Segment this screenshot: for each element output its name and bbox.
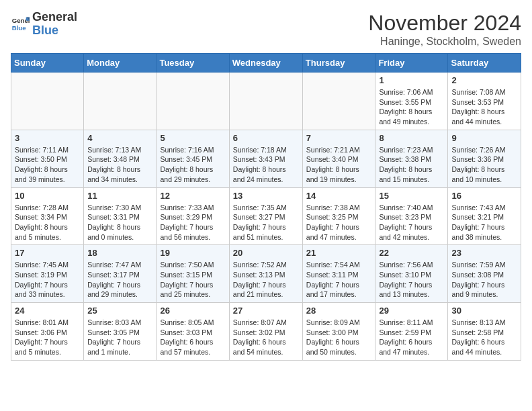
weekday-header-wednesday: Wednesday bbox=[229, 54, 302, 73]
day-info: Sunrise: 7:52 AM Sunset: 3:13 PM Dayligh… bbox=[233, 260, 299, 300]
day-info: Sunrise: 7:59 AM Sunset: 3:08 PM Dayligh… bbox=[451, 260, 517, 300]
day-cell: 6Sunrise: 7:18 AM Sunset: 3:43 PM Daylig… bbox=[229, 130, 302, 187]
day-cell bbox=[302, 73, 375, 130]
day-cell bbox=[11, 73, 84, 130]
day-info: Sunrise: 7:38 AM Sunset: 3:25 PM Dayligh… bbox=[306, 203, 372, 242]
day-cell: 26Sunrise: 8:05 AM Sunset: 3:03 PM Dayli… bbox=[157, 303, 229, 361]
day-info: Sunrise: 8:07 AM Sunset: 3:02 PM Dayligh… bbox=[233, 318, 299, 357]
day-cell: 24Sunrise: 8:01 AM Sunset: 3:06 PM Dayli… bbox=[11, 303, 84, 361]
day-info: Sunrise: 7:40 AM Sunset: 3:23 PM Dayligh… bbox=[379, 203, 444, 242]
day-cell: 3Sunrise: 7:11 AM Sunset: 3:50 PM Daylig… bbox=[11, 130, 84, 187]
week-row-1: 1Sunrise: 7:06 AM Sunset: 3:55 PM Daylig… bbox=[11, 73, 521, 130]
day-info: Sunrise: 7:16 AM Sunset: 3:45 PM Dayligh… bbox=[160, 145, 225, 185]
day-cell: 8Sunrise: 7:23 AM Sunset: 3:38 PM Daylig… bbox=[375, 130, 448, 187]
day-number: 3 bbox=[15, 133, 80, 143]
day-info: Sunrise: 7:50 AM Sunset: 3:15 PM Dayligh… bbox=[160, 260, 225, 300]
day-cell: 15Sunrise: 7:40 AM Sunset: 3:23 PM Dayli… bbox=[375, 187, 448, 245]
day-cell bbox=[157, 73, 229, 130]
day-number: 26 bbox=[160, 306, 225, 316]
day-cell: 17Sunrise: 7:45 AM Sunset: 3:19 PM Dayli… bbox=[11, 245, 84, 303]
day-cell: 9Sunrise: 7:26 AM Sunset: 3:36 PM Daylig… bbox=[448, 130, 521, 187]
logo: General Blue General Blue bbox=[11, 11, 77, 38]
day-number: 18 bbox=[87, 248, 152, 258]
day-cell: 21Sunrise: 7:54 AM Sunset: 3:11 PM Dayli… bbox=[302, 245, 375, 303]
day-info: Sunrise: 7:26 AM Sunset: 3:36 PM Dayligh… bbox=[451, 145, 517, 185]
day-number: 10 bbox=[15, 191, 80, 201]
day-number: 14 bbox=[306, 191, 372, 201]
day-number: 2 bbox=[451, 75, 517, 85]
day-number: 28 bbox=[306, 306, 372, 316]
svg-text:Blue: Blue bbox=[12, 24, 26, 32]
day-cell: 25Sunrise: 8:03 AM Sunset: 3:05 PM Dayli… bbox=[84, 303, 157, 361]
day-info: Sunrise: 7:13 AM Sunset: 3:48 PM Dayligh… bbox=[87, 145, 152, 185]
logo-icon: General Blue bbox=[11, 15, 30, 34]
day-number: 29 bbox=[379, 306, 444, 316]
day-number: 9 bbox=[451, 133, 517, 143]
day-number: 25 bbox=[87, 306, 152, 316]
day-cell: 30Sunrise: 8:13 AM Sunset: 2:58 PM Dayli… bbox=[448, 303, 521, 361]
day-number: 5 bbox=[160, 133, 225, 143]
day-info: Sunrise: 7:21 AM Sunset: 3:40 PM Dayligh… bbox=[306, 145, 372, 185]
day-number: 23 bbox=[451, 248, 517, 258]
day-cell: 10Sunrise: 7:28 AM Sunset: 3:34 PM Dayli… bbox=[11, 187, 84, 245]
day-cell bbox=[229, 73, 302, 130]
day-info: Sunrise: 8:05 AM Sunset: 3:03 PM Dayligh… bbox=[160, 318, 225, 357]
day-cell: 28Sunrise: 8:09 AM Sunset: 3:00 PM Dayli… bbox=[302, 303, 375, 361]
day-number: 20 bbox=[233, 248, 299, 258]
weekday-header-sunday: Sunday bbox=[11, 54, 84, 73]
calendar: SundayMondayTuesdayWednesdayThursdayFrid… bbox=[11, 53, 521, 361]
day-cell: 4Sunrise: 7:13 AM Sunset: 3:48 PM Daylig… bbox=[84, 130, 157, 187]
day-cell: 19Sunrise: 7:50 AM Sunset: 3:15 PM Dayli… bbox=[157, 245, 229, 303]
day-number: 6 bbox=[233, 133, 299, 143]
month-title: November 2024 bbox=[368, 11, 521, 36]
day-cell: 11Sunrise: 7:30 AM Sunset: 3:31 PM Dayli… bbox=[84, 187, 157, 245]
day-cell: 14Sunrise: 7:38 AM Sunset: 3:25 PM Dayli… bbox=[302, 187, 375, 245]
day-cell: 12Sunrise: 7:33 AM Sunset: 3:29 PM Dayli… bbox=[157, 187, 229, 245]
week-row-3: 10Sunrise: 7:28 AM Sunset: 3:34 PM Dayli… bbox=[11, 187, 521, 245]
day-cell: 7Sunrise: 7:21 AM Sunset: 3:40 PM Daylig… bbox=[302, 130, 375, 187]
day-number: 27 bbox=[233, 306, 299, 316]
day-info: Sunrise: 7:43 AM Sunset: 3:21 PM Dayligh… bbox=[451, 203, 517, 242]
day-number: 4 bbox=[87, 133, 152, 143]
day-number: 8 bbox=[379, 133, 444, 143]
day-cell: 20Sunrise: 7:52 AM Sunset: 3:13 PM Dayli… bbox=[229, 245, 302, 303]
day-info: Sunrise: 7:54 AM Sunset: 3:11 PM Dayligh… bbox=[306, 260, 372, 300]
day-number: 1 bbox=[379, 75, 444, 85]
day-info: Sunrise: 7:23 AM Sunset: 3:38 PM Dayligh… bbox=[379, 145, 444, 185]
day-cell: 27Sunrise: 8:07 AM Sunset: 3:02 PM Dayli… bbox=[229, 303, 302, 361]
day-cell: 29Sunrise: 8:11 AM Sunset: 2:59 PM Dayli… bbox=[375, 303, 448, 361]
day-cell bbox=[84, 73, 157, 130]
day-number: 16 bbox=[451, 191, 517, 201]
day-info: Sunrise: 7:11 AM Sunset: 3:50 PM Dayligh… bbox=[15, 145, 80, 185]
weekday-header-row: SundayMondayTuesdayWednesdayThursdayFrid… bbox=[11, 54, 521, 73]
day-number: 19 bbox=[160, 248, 225, 258]
day-number: 24 bbox=[15, 306, 80, 316]
day-cell: 23Sunrise: 7:59 AM Sunset: 3:08 PM Dayli… bbox=[448, 245, 521, 303]
day-info: Sunrise: 8:11 AM Sunset: 2:59 PM Dayligh… bbox=[379, 318, 444, 357]
header: General Blue General Blue November 2024 … bbox=[11, 11, 521, 48]
day-number: 22 bbox=[379, 248, 444, 258]
day-info: Sunrise: 7:33 AM Sunset: 3:29 PM Dayligh… bbox=[160, 203, 225, 242]
day-info: Sunrise: 8:01 AM Sunset: 3:06 PM Dayligh… bbox=[15, 318, 80, 357]
day-info: Sunrise: 8:09 AM Sunset: 3:00 PM Dayligh… bbox=[306, 318, 372, 357]
week-row-5: 24Sunrise: 8:01 AM Sunset: 3:06 PM Dayli… bbox=[11, 303, 521, 361]
day-cell: 5Sunrise: 7:16 AM Sunset: 3:45 PM Daylig… bbox=[157, 130, 229, 187]
weekday-header-friday: Friday bbox=[375, 54, 448, 73]
day-info: Sunrise: 7:45 AM Sunset: 3:19 PM Dayligh… bbox=[15, 260, 80, 300]
day-info: Sunrise: 7:35 AM Sunset: 3:27 PM Dayligh… bbox=[233, 203, 299, 242]
weekday-header-thursday: Thursday bbox=[302, 54, 375, 73]
logo-text: General Blue bbox=[32, 11, 77, 38]
day-number: 13 bbox=[233, 191, 299, 201]
day-info: Sunrise: 7:56 AM Sunset: 3:10 PM Dayligh… bbox=[379, 260, 444, 300]
day-number: 7 bbox=[306, 133, 372, 143]
week-row-2: 3Sunrise: 7:11 AM Sunset: 3:50 PM Daylig… bbox=[11, 130, 521, 187]
day-info: Sunrise: 7:28 AM Sunset: 3:34 PM Dayligh… bbox=[15, 203, 80, 242]
weekday-header-tuesday: Tuesday bbox=[157, 54, 229, 73]
day-cell: 2Sunrise: 7:08 AM Sunset: 3:53 PM Daylig… bbox=[448, 73, 521, 130]
day-number: 12 bbox=[160, 191, 225, 201]
day-cell: 1Sunrise: 7:06 AM Sunset: 3:55 PM Daylig… bbox=[375, 73, 448, 130]
weekday-header-saturday: Saturday bbox=[448, 54, 521, 73]
day-info: Sunrise: 7:47 AM Sunset: 3:17 PM Dayligh… bbox=[87, 260, 152, 300]
location-title: Haninge, Stockholm, Sweden bbox=[368, 36, 521, 48]
day-info: Sunrise: 7:18 AM Sunset: 3:43 PM Dayligh… bbox=[233, 145, 299, 185]
